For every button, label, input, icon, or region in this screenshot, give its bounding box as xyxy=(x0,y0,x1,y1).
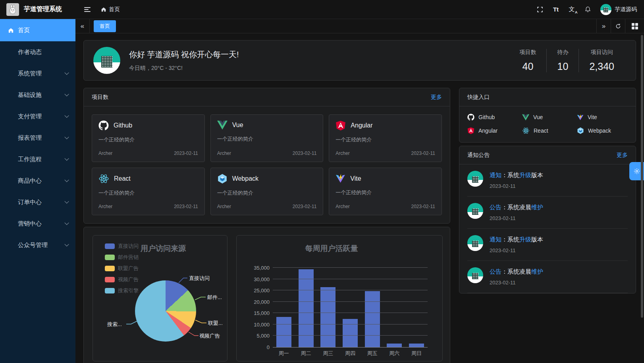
project-author: Archer xyxy=(98,204,112,209)
y-tick-label: 15,000 xyxy=(237,310,270,316)
shortcut-angular[interactable]: Angular xyxy=(467,127,518,134)
y-tick-label: 10,000 xyxy=(237,322,270,328)
notices-card-header: 通知公告 更多 xyxy=(459,146,636,164)
angular-icon xyxy=(335,120,346,131)
shortcuts-card-header: 快捷入口 xyxy=(459,88,636,106)
bar-chart-panel: 每周用户活跃量 05,00010,00015,00020,00025,00030… xyxy=(236,235,443,361)
project-tile-webpack[interactable]: Webpack 一个正经的简介 Archer 2023-02-11 xyxy=(210,168,324,215)
shortcut-webpack[interactable]: Webpack xyxy=(577,127,628,134)
main-content: 你好 芋道源码 祝你开心每一天! 今日晴，20°C - 32°C! 项目数 40… xyxy=(75,34,644,363)
fullscreen-button[interactable] xyxy=(534,3,546,16)
project-author: Archer xyxy=(217,204,231,209)
user-avatar xyxy=(600,4,611,15)
notices-more-link[interactable]: 更多 xyxy=(617,152,628,159)
bell-icon xyxy=(584,6,591,13)
bar-y-axis: 05,00010,00015,00020,00025,00030,00035,0… xyxy=(237,268,270,348)
fullscreen-icon xyxy=(537,6,543,13)
sidebar-item-order[interactable]: 订单中心 xyxy=(0,191,75,213)
font-size-button[interactable]: Tt xyxy=(550,3,562,16)
x-tick-label: 周三 xyxy=(323,350,333,357)
tabs-scroll-right-button[interactable]: » xyxy=(596,19,611,33)
project-tile-react[interactable]: React 一个正经的简介 Archer 2023-02-11 xyxy=(92,168,205,215)
webpack-icon xyxy=(217,174,228,184)
notification-bell-button[interactable] xyxy=(581,3,594,16)
stat-todo: 待办 10 xyxy=(546,49,578,72)
notice-item[interactable]: 通知：系统升级版本 2023-02-11 xyxy=(467,229,628,261)
sidebar-item-author-news[interactable]: 作者动态 xyxy=(0,41,75,63)
notice-item[interactable]: 公告：系统凌晨维护 2023-02-11 xyxy=(467,197,628,229)
sidebar-item-wechat-mp[interactable]: 公众号管理 xyxy=(0,234,75,256)
tabs-scroll-left-button[interactable]: « xyxy=(75,19,90,33)
pie-callout-label: 视频广告 xyxy=(199,332,220,340)
bar xyxy=(409,344,424,347)
chevron-down-icon xyxy=(64,92,69,96)
double-chevron-left-icon: « xyxy=(81,22,84,30)
project-tile-github[interactable]: Github 一个正经的简介 Archer 2023-02-11 xyxy=(92,114,205,162)
y-tick-label: 25,000 xyxy=(237,288,270,293)
y-tick-label: 20,000 xyxy=(237,299,270,305)
y-tick-label: 5,000 xyxy=(237,333,270,339)
project-author: Archer xyxy=(335,151,349,156)
y-tick-label: 30,000 xyxy=(237,276,270,282)
breadcrumb[interactable]: 首页 xyxy=(101,6,120,13)
shortcut-grid: Github Vue Vite Angular xyxy=(459,106,636,142)
pie-chart-panel: 用户访问来源 直接访问 邮件营销 联盟广告 视频广告 搜索引擎 xyxy=(93,235,228,361)
gridline xyxy=(273,313,428,313)
react-icon xyxy=(522,127,530,134)
project-tile-vue[interactable]: Vue 一个正经的简介 Archer 2023-02-11 xyxy=(210,114,324,162)
notices-card: 通知公告 更多 通知：系统升级版本 2023-02-11 xyxy=(459,146,636,293)
rabbit-logo-icon xyxy=(8,4,18,15)
shortcut-vite[interactable]: Vite xyxy=(577,114,628,121)
shortcut-vue[interactable]: Vue xyxy=(522,114,573,121)
page: 芋道管理系统 首页 Tt 文A xyxy=(0,0,644,363)
sidebar-item-system[interactable]: 系统管理 xyxy=(0,63,75,84)
sidebar-item-pay[interactable]: 支付管理 xyxy=(0,106,75,127)
sidebar-item-infra[interactable]: 基础设施 xyxy=(0,84,75,106)
tabs-menu-button[interactable] xyxy=(625,19,644,33)
projects-more-link[interactable]: 更多 xyxy=(431,94,442,101)
vue-icon xyxy=(217,120,228,130)
tab-home[interactable]: 首页 xyxy=(94,20,116,32)
shortcut-github[interactable]: Github xyxy=(467,114,518,121)
project-tile-vite[interactable]: Vite 一个正经的简介 Archer 2023-02-11 xyxy=(329,168,442,215)
user-menu[interactable]: 芋道源码 xyxy=(600,4,637,15)
welcome-text: 你好 芋道源码 祝你开心每一天! 今日晴，20°C - 32°C! xyxy=(129,49,239,72)
welcome-left: 你好 芋道源码 祝你开心每一天! 今日晴，20°C - 32°C! xyxy=(93,47,509,74)
weather: 今日晴，20°C - 32°C! xyxy=(129,65,239,72)
scrollbar-thumb[interactable] xyxy=(641,35,643,318)
x-tick-label: 周四 xyxy=(345,350,355,357)
bar xyxy=(276,317,291,347)
notice-avatar xyxy=(467,267,483,283)
pie-callout-label: 邮件... xyxy=(207,294,222,301)
header-main: 首页 xyxy=(75,3,534,16)
sidebar-item-marketing[interactable]: 营销中心 xyxy=(0,213,75,234)
notice-item[interactable]: 通知：系统升级版本 2023-02-11 xyxy=(467,164,628,197)
locale-button[interactable]: 文A xyxy=(565,3,578,16)
shortcuts-card: 快捷入口 Github Vue Vite xyxy=(459,88,636,143)
project-tile-angular[interactable]: Angular 一个正经的简介 Archer 2023-02-11 xyxy=(329,114,442,162)
project-date: 2023-02-11 xyxy=(411,204,435,209)
vite-icon xyxy=(335,174,345,183)
notice-list: 通知：系统升级版本 2023-02-11 公告：系统凌晨维护 2023-02-1… xyxy=(459,164,636,293)
sidebar-item-home[interactable]: 首页 xyxy=(0,19,75,41)
gridline xyxy=(273,290,428,290)
vue-icon xyxy=(522,114,529,121)
bar xyxy=(387,344,402,347)
sidebar-item-product[interactable]: 商品中心 xyxy=(0,170,75,191)
notice-avatar xyxy=(467,203,483,219)
double-chevron-right-icon: » xyxy=(602,22,605,30)
tabs-zone: 首页 xyxy=(90,19,596,33)
sidebar-fold-button[interactable] xyxy=(81,3,94,16)
notice-item[interactable]: 公告：系统凌晨维护 2023-02-11 xyxy=(467,261,628,293)
x-tick-label: 周日 xyxy=(411,350,422,357)
profile-qr-avatar xyxy=(93,47,120,74)
x-tick-label: 周二 xyxy=(301,350,311,357)
chevron-down-icon xyxy=(64,242,69,246)
sidebar-item-workflow[interactable]: 工作流程 xyxy=(0,149,75,170)
refresh-button[interactable] xyxy=(611,19,625,33)
chevron-down-icon xyxy=(64,135,69,139)
shortcut-react[interactable]: React xyxy=(522,127,573,134)
sidebar: 首页 作者动态 系统管理 基础设施 支付管理 报表管理 工作流程 商品中心 订单… xyxy=(0,19,75,363)
x-tick-label: 周一 xyxy=(279,350,289,357)
sidebar-item-report[interactable]: 报表管理 xyxy=(0,127,75,149)
